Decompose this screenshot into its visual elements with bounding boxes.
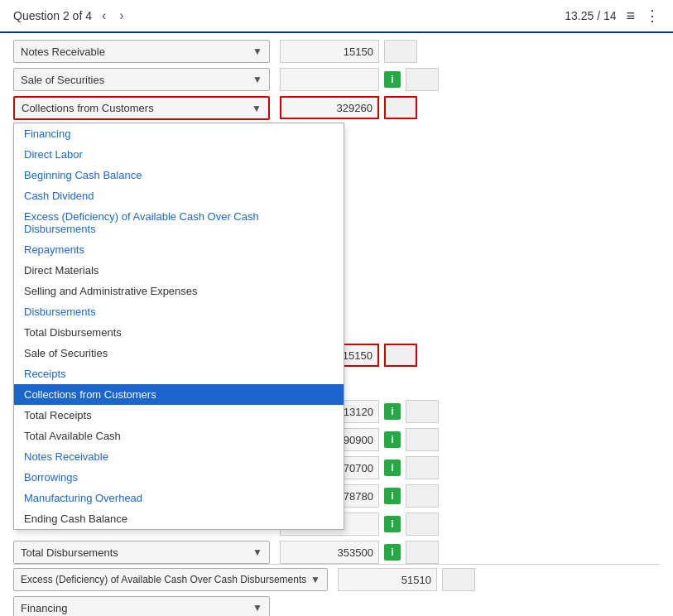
row-70700-info-btn[interactable]: i [384,460,401,476]
row-113120-info-btn[interactable]: i [384,403,401,420]
row-90900-small-input[interactable] [406,428,439,451]
notes-receivable-inputs [280,40,417,63]
sale-of-securities-label: Sale of Securities [21,74,104,86]
menu-item-total-disbursements[interactable]: Total Disbursements [14,322,344,343]
total-disbursements-dropdown[interactable]: Total Disbursements ▼ [13,541,270,564]
question-label: Question 2 of 4 [13,9,92,22]
row-113120-small-input[interactable] [406,400,439,423]
notes-receivable-small-input[interactable] [384,40,417,63]
excess-deficiency-small-input[interactable] [442,568,475,591]
row-70700-small-input[interactable] [406,456,439,479]
menu-item-notes-receivable[interactable]: Notes Receivable [14,446,344,467]
menu-item-manufacturing-overhead[interactable]: Manufacturing Overhead [14,488,344,508]
sale-of-securities-dropdown[interactable]: Sale of Securities ▼ [13,68,270,91]
menu-item-borrowings[interactable]: Borrowings [14,467,344,488]
collections-label: Collections from Customers [22,102,154,114]
menu-item-direct-materials[interactable]: Direct Materials [14,260,344,281]
menu-item-financing[interactable]: Financing [14,123,344,144]
menu-item-excess-deficiency[interactable]: Excess (Deficiency) of Available Cash Ov… [14,206,344,239]
row-green-info-btn[interactable]: i [384,516,401,532]
collections-small-input[interactable] [384,96,417,119]
header-left: Question 2 of 4 ‹ › [13,7,127,25]
total-disbursements-label: Total Disbursements [21,546,118,559]
dropdown-menu: Financing Direct Labor Beginning Cash Ba… [13,123,344,530]
row-78780-info-btn[interactable]: i [384,488,401,504]
total-disbursements-input[interactable] [280,541,379,564]
collections-row-wrapper: Collections from Customers ▼ Financing D… [13,96,660,120]
menu-item-direct-labor[interactable]: Direct Labor [14,144,344,165]
excess-deficiency-label: Excess (Deficiency) of Available Cash Ov… [21,574,306,585]
score-display: 13.25 / 14 [565,9,616,22]
list-icon[interactable]: ≡ [626,7,635,25]
collections-dropdown-container: Collections from Customers ▼ Financing D… [13,96,270,120]
dropdown-arrow-icon: ▼ [252,46,262,57]
collections-dropdown[interactable]: Collections from Customers ▼ [13,96,270,120]
excess-deficiency-input[interactable] [338,568,437,591]
menu-item-total-receipts[interactable]: Total Receipts [14,405,344,426]
menu-item-repayments[interactable]: Repayments [14,239,344,260]
sale-of-securities-inputs: i [280,68,439,91]
row-15150-small-input[interactable] [384,344,417,367]
prev-button[interactable]: ‹ [99,7,109,25]
financing-label: Financing [21,602,67,614]
header-right: 13.25 / 14 ≡ ⋮ [565,7,660,25]
excess-deficiency-row: Excess (Deficiency) of Available Cash Ov… [13,568,660,591]
menu-item-ending-cash[interactable]: Ending Cash Balance [14,508,344,529]
excess-deficiency-dropdown[interactable]: Excess (Deficiency) of Available Cash Ov… [13,568,328,591]
dropdown-arrow-icon2: ▼ [252,74,262,85]
notes-receivable-label: Notes Receivable [21,46,105,58]
menu-item-collections[interactable]: Collections from Customers [14,384,344,405]
dropdown-arrow-icon5: ▼ [252,546,262,558]
row-green-small-input[interactable] [406,513,439,536]
notes-receivable-dropdown[interactable]: Notes Receivable ▼ [13,40,270,63]
total-disbursements-info-btn[interactable]: i [384,544,401,561]
total-disbursements-inputs: i [280,541,439,564]
sale-of-securities-row: Sale of Securities ▼ i [13,68,660,91]
header: Question 2 of 4 ‹ › 13.25 / 14 ≡ ⋮ [0,0,673,33]
notes-receivable-row: Notes Receivable ▼ [13,40,660,63]
collections-input[interactable] [280,96,379,119]
collections-inputs [280,96,417,119]
row-78780-small-input[interactable] [406,484,439,508]
row-90900-info-btn[interactable]: i [384,431,401,448]
dropdown-arrow-icon3: ▼ [252,103,262,114]
sale-of-securities-small-input[interactable] [406,68,439,91]
total-disbursements-row: Total Disbursements ▼ i [13,541,660,565]
menu-item-cash-dividend[interactable]: Cash Dividend [14,185,344,206]
financing-dropdown[interactable]: Financing ▼ [13,596,270,616]
sale-of-securities-info-btn[interactable]: i [384,71,401,88]
dropdown-arrow-icon6: ▼ [310,574,320,585]
menu-item-receipts[interactable]: Receipts [14,363,344,384]
menu-item-beginning-cash[interactable]: Beginning Cash Balance [14,165,344,185]
next-button[interactable]: › [116,7,127,25]
excess-deficiency-inputs [338,568,475,591]
more-icon[interactable]: ⋮ [645,7,660,25]
dropdown-arrow-icon7: ▼ [252,602,262,614]
menu-item-disbursements[interactable]: Disbursements [14,301,344,322]
financing-row: Financing ▼ [13,596,660,616]
notes-receivable-input[interactable] [280,40,379,63]
total-disbursements-small-input[interactable] [406,541,439,564]
menu-item-total-available[interactable]: Total Available Cash [14,426,344,446]
main-content: Notes Receivable ▼ Sale of Securities ▼ … [0,33,673,616]
menu-item-selling-admin[interactable]: Selling and Administrative Expenses [14,281,344,301]
sale-of-securities-input[interactable] [280,68,379,91]
menu-item-sale-of-securities[interactable]: Sale of Securities [14,343,344,363]
